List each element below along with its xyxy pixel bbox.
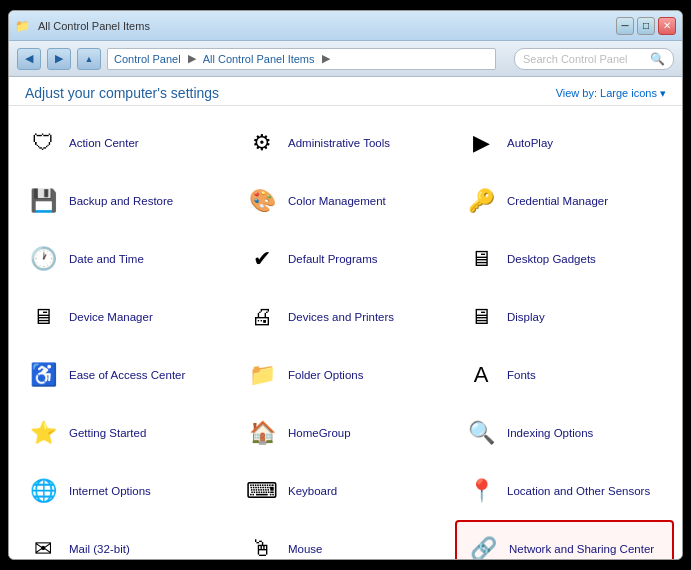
color-management-icon: 🎨	[244, 183, 280, 219]
control-item-mouse[interactable]: 🖱Mouse	[236, 520, 455, 559]
getting-started-label: Getting Started	[69, 426, 146, 441]
internet-options-icon: 🌐	[25, 473, 61, 509]
control-item-network-sharing[interactable]: 🔗Network and Sharing Center	[455, 520, 674, 559]
search-icon: 🔍	[650, 52, 665, 66]
control-item-devices-printers[interactable]: 🖨Devices and Printers	[236, 288, 455, 346]
control-item-display[interactable]: 🖥Display	[455, 288, 674, 346]
window-controls: ─ □ ✕	[616, 17, 676, 35]
device-manager-icon: 🖥	[25, 299, 61, 335]
control-item-fonts[interactable]: AFonts	[455, 346, 674, 404]
mouse-label: Mouse	[288, 542, 323, 557]
page-title: Adjust your computer's settings	[25, 85, 219, 101]
content-header: Adjust your computer's settings View by:…	[9, 77, 682, 106]
control-item-internet-options[interactable]: 🌐Internet Options	[17, 462, 236, 520]
control-item-mail[interactable]: ✉Mail (32-bit)	[17, 520, 236, 559]
control-item-indexing-options[interactable]: 🔍Indexing Options	[455, 404, 674, 462]
folder-options-icon: 📁	[244, 357, 280, 393]
breadcrumb-separator: ▶	[188, 52, 196, 65]
control-item-getting-started[interactable]: ⭐Getting Started	[17, 404, 236, 462]
default-programs-label: Default Programs	[288, 252, 377, 267]
devices-printers-icon: 🖨	[244, 299, 280, 335]
desktop-gadgets-label: Desktop Gadgets	[507, 252, 596, 267]
control-item-location-sensors[interactable]: 📍Location and Other Sensors	[455, 462, 674, 520]
title-bar: 📁 All Control Panel Items ─ □ ✕	[9, 11, 682, 41]
display-icon: 🖥	[463, 299, 499, 335]
control-item-color-management[interactable]: 🎨Color Management	[236, 172, 455, 230]
homegroup-icon: 🏠	[244, 415, 280, 451]
date-time-label: Date and Time	[69, 252, 144, 267]
administrative-tools-label: Administrative Tools	[288, 136, 390, 151]
maximize-button[interactable]: □	[637, 17, 655, 35]
address-field[interactable]: Control Panel ▶ All Control Panel Items …	[107, 48, 496, 70]
control-item-device-manager[interactable]: 🖥Device Manager	[17, 288, 236, 346]
address-bar: ◀ ▶ ▲ Control Panel ▶ All Control Panel …	[9, 41, 682, 77]
internet-options-label: Internet Options	[69, 484, 151, 499]
window-icon: 📁	[15, 19, 30, 33]
devices-printers-label: Devices and Printers	[288, 310, 394, 325]
control-item-autoplay[interactable]: ▶AutoPlay	[455, 114, 674, 172]
getting-started-icon: ⭐	[25, 415, 61, 451]
autoplay-label: AutoPlay	[507, 136, 553, 151]
window-title: All Control Panel Items	[38, 20, 150, 32]
control-item-desktop-gadgets[interactable]: 🖥Desktop Gadgets	[455, 230, 674, 288]
indexing-options-label: Indexing Options	[507, 426, 593, 441]
folder-options-label: Folder Options	[288, 368, 363, 383]
backup-restore-icon: 💾	[25, 183, 61, 219]
up-button[interactable]: ▲	[77, 48, 101, 70]
keyboard-label: Keyboard	[288, 484, 337, 499]
search-placeholder: Search Control Panel	[523, 53, 628, 65]
indexing-options-icon: 🔍	[463, 415, 499, 451]
main-content: Adjust your computer's settings View by:…	[9, 77, 682, 559]
search-field[interactable]: Search Control Panel 🔍	[514, 48, 674, 70]
control-item-keyboard[interactable]: ⌨Keyboard	[236, 462, 455, 520]
action-center-icon: 🛡	[25, 125, 61, 161]
mouse-icon: 🖱	[244, 531, 280, 559]
breadcrumb-control-panel[interactable]: Control Panel	[114, 53, 181, 65]
control-item-action-center[interactable]: 🛡Action Center	[17, 114, 236, 172]
keyboard-icon: ⌨	[244, 473, 280, 509]
control-item-default-programs[interactable]: ✔Default Programs	[236, 230, 455, 288]
control-item-folder-options[interactable]: 📁Folder Options	[236, 346, 455, 404]
forward-button[interactable]: ▶	[47, 48, 71, 70]
backup-restore-label: Backup and Restore	[69, 194, 173, 209]
network-sharing-label: Network and Sharing Center	[509, 542, 654, 557]
control-item-administrative-tools[interactable]: ⚙Administrative Tools	[236, 114, 455, 172]
credential-manager-label: Credential Manager	[507, 194, 608, 209]
mail-icon: ✉	[25, 531, 61, 559]
close-button[interactable]: ✕	[658, 17, 676, 35]
homegroup-label: HomeGroup	[288, 426, 351, 441]
minimize-button[interactable]: ─	[616, 17, 634, 35]
mail-label: Mail (32-bit)	[69, 542, 130, 557]
default-programs-icon: ✔	[244, 241, 280, 277]
back-button[interactable]: ◀	[17, 48, 41, 70]
ease-of-access-icon: ♿	[25, 357, 61, 393]
action-center-label: Action Center	[69, 136, 139, 151]
title-bar-left: 📁 All Control Panel Items	[15, 19, 150, 33]
breadcrumb-arrow: ▶	[322, 52, 330, 65]
fonts-label: Fonts	[507, 368, 536, 383]
display-label: Display	[507, 310, 545, 325]
control-item-credential-manager[interactable]: 🔑Credential Manager	[455, 172, 674, 230]
control-panel-window: 📁 All Control Panel Items ─ □ ✕ ◀ ▶ ▲ Co…	[8, 10, 683, 560]
fonts-icon: A	[463, 357, 499, 393]
view-by-value[interactable]: Large icons ▾	[600, 87, 666, 99]
control-item-homegroup[interactable]: 🏠HomeGroup	[236, 404, 455, 462]
device-manager-label: Device Manager	[69, 310, 153, 325]
autoplay-icon: ▶	[463, 125, 499, 161]
date-time-icon: 🕐	[25, 241, 61, 277]
control-item-ease-of-access[interactable]: ♿Ease of Access Center	[17, 346, 236, 404]
desktop-gadgets-icon: 🖥	[463, 241, 499, 277]
ease-of-access-label: Ease of Access Center	[69, 368, 185, 383]
view-by: View by: Large icons ▾	[556, 87, 666, 100]
location-sensors-icon: 📍	[463, 473, 499, 509]
administrative-tools-icon: ⚙	[244, 125, 280, 161]
items-grid: 🛡Action Center⚙Administrative Tools▶Auto…	[9, 106, 682, 559]
control-item-backup-restore[interactable]: 💾Backup and Restore	[17, 172, 236, 230]
network-sharing-icon: 🔗	[465, 531, 501, 559]
control-item-date-time[interactable]: 🕐Date and Time	[17, 230, 236, 288]
breadcrumb-all-items[interactable]: All Control Panel Items	[203, 53, 315, 65]
location-sensors-label: Location and Other Sensors	[507, 484, 650, 499]
credential-manager-icon: 🔑	[463, 183, 499, 219]
color-management-label: Color Management	[288, 194, 386, 209]
